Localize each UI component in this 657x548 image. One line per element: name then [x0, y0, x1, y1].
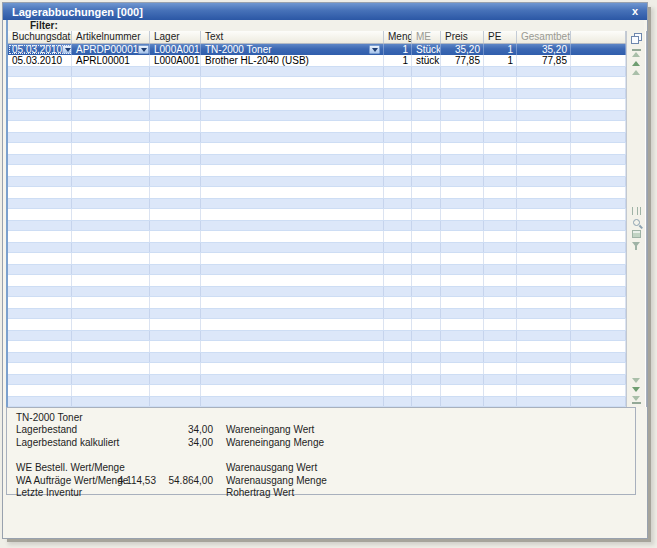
- cell: [201, 309, 384, 318]
- page-down-icon[interactable]: [632, 378, 640, 383]
- table-row[interactable]: [8, 385, 626, 396]
- table-row[interactable]: [8, 154, 626, 165]
- cell[interactable]: 05.03.2010: [8, 44, 72, 55]
- cell: [412, 143, 441, 154]
- column-header-menge[interactable]: Menge: [384, 31, 412, 43]
- column-header-buchungsdatum[interactable]: Buchungsdatum: [8, 31, 72, 43]
- table-row[interactable]: 05.03.2010APRL00001L000A001Brother HL-20…: [8, 55, 626, 66]
- column-header-preis[interactable]: Preis: [441, 31, 484, 43]
- table-row[interactable]: [8, 198, 626, 209]
- cell: [517, 177, 571, 186]
- table-row[interactable]: [8, 99, 626, 110]
- table-row[interactable]: [8, 231, 626, 242]
- cell: [150, 221, 201, 230]
- cell[interactable]: 1: [384, 44, 412, 55]
- table-row[interactable]: [8, 66, 626, 77]
- cell: [384, 143, 412, 154]
- table-row[interactable]: [8, 330, 626, 341]
- grid-scrollbar-strip[interactable]: [626, 31, 645, 407]
- cell: [412, 353, 441, 362]
- cell[interactable]: 35,20: [441, 44, 484, 55]
- table-row[interactable]: [8, 220, 626, 231]
- cell[interactable]: APRDP00001: [72, 44, 150, 55]
- page-up-icon[interactable]: [632, 70, 640, 75]
- column-header-me[interactable]: ME: [412, 31, 441, 43]
- table-row[interactable]: [8, 363, 626, 374]
- column-header-filler[interactable]: [571, 31, 626, 43]
- table-row[interactable]: 05.03.2010APRDP00001L000A001TN-2000 Tone…: [8, 44, 626, 55]
- cell: [441, 99, 484, 110]
- cell: [441, 143, 484, 154]
- column-header-text[interactable]: Text: [201, 31, 384, 43]
- table-row[interactable]: [8, 297, 626, 308]
- table-row[interactable]: [8, 132, 626, 143]
- table-row[interactable]: [8, 374, 626, 385]
- cell: [571, 287, 626, 296]
- resize-columns-icon[interactable]: [632, 207, 641, 215]
- cell[interactable]: 1: [484, 44, 517, 55]
- table-row[interactable]: [8, 275, 626, 286]
- table-row[interactable]: [8, 88, 626, 99]
- cell[interactable]: Stück: [412, 44, 441, 55]
- cell: [384, 353, 412, 362]
- table-row[interactable]: [8, 242, 626, 253]
- column-header-pe[interactable]: PE: [484, 31, 517, 43]
- scroll-bottom-icon[interactable]: [632, 396, 641, 405]
- table-row[interactable]: [8, 396, 626, 407]
- table-row[interactable]: [8, 253, 626, 264]
- cell: [412, 177, 441, 186]
- cell: [72, 375, 150, 384]
- table-row[interactable]: [8, 264, 626, 275]
- table-row[interactable]: [8, 176, 626, 187]
- cell: [571, 375, 626, 384]
- table-row[interactable]: [8, 286, 626, 297]
- cell: [412, 209, 441, 220]
- cell[interactable]: [571, 44, 626, 55]
- cell[interactable]: 35,20: [517, 44, 571, 55]
- cell: [384, 199, 412, 208]
- filter-funnel-icon[interactable]: [632, 242, 640, 247]
- table-row[interactable]: [8, 143, 626, 154]
- cell: [412, 275, 441, 286]
- scroll-top-icon[interactable]: [632, 48, 641, 57]
- table-row[interactable]: [8, 121, 626, 132]
- filter-bar[interactable]: Filter:: [6, 20, 644, 31]
- cell: [384, 243, 412, 252]
- scroll-down-icon[interactable]: [632, 387, 640, 392]
- cell[interactable]: L000A001: [150, 44, 201, 55]
- cell: [571, 309, 626, 318]
- cell: [72, 165, 150, 176]
- table-row[interactable]: [8, 352, 626, 363]
- table-row[interactable]: [8, 209, 626, 220]
- dropdown-button[interactable]: [138, 45, 149, 54]
- cell: [412, 331, 441, 340]
- table-row[interactable]: [8, 308, 626, 319]
- cell: [571, 341, 626, 352]
- cell: [484, 385, 517, 396]
- dropdown-button[interactable]: [369, 45, 380, 54]
- cell[interactable]: TN-2000 Toner: [201, 44, 384, 55]
- cell: [150, 243, 201, 252]
- table-row[interactable]: [8, 165, 626, 176]
- cell: [517, 199, 571, 208]
- table-row[interactable]: [8, 110, 626, 121]
- cell: Brother HL-2040 (USB): [201, 55, 384, 66]
- table-row[interactable]: [8, 77, 626, 88]
- table-row[interactable]: [8, 341, 626, 352]
- cell: [72, 177, 150, 186]
- scroll-up-icon[interactable]: [632, 61, 640, 66]
- column-header-gesamtbetrag[interactable]: Gesamtbetrag: [517, 31, 571, 43]
- column-header-lager[interactable]: Lager: [150, 31, 201, 43]
- cell: [441, 397, 484, 406]
- table-row[interactable]: [8, 319, 626, 330]
- dropdown-button[interactable]: [62, 45, 72, 54]
- cell: APRL00001: [72, 55, 150, 66]
- copy-icon[interactable]: [631, 33, 642, 44]
- summary-icon[interactable]: [632, 230, 641, 238]
- cell: [384, 67, 412, 76]
- search-icon[interactable]: [633, 219, 640, 226]
- column-header-artikelnummer[interactable]: Artikelnummer: [72, 31, 150, 43]
- close-icon[interactable]: x: [629, 6, 641, 17]
- table-row[interactable]: [8, 187, 626, 198]
- title-bar[interactable]: Lagerabbuchungen [000] x: [3, 3, 647, 20]
